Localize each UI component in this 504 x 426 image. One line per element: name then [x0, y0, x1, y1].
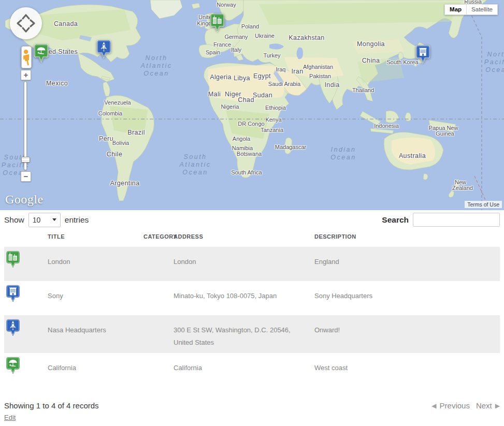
row-marker-icon	[4, 353, 48, 387]
map-marker-nasa[interactable]	[96, 39, 112, 59]
map-marker-pegman[interactable]	[21, 46, 32, 68]
table-row[interactable]: SonyMinato-ku, Tokyo 108-0075, JapanSony…	[4, 281, 500, 315]
map-type-control: Map Satellite	[444, 4, 498, 15]
column-header-category[interactable]: CATEGORY	[143, 233, 174, 240]
zoom-slider-handle[interactable]	[21, 157, 30, 163]
map-country-label: Thailand	[352, 87, 374, 93]
map-country-label: Argentina	[110, 180, 139, 187]
locations-table: TITLECATEGORYADDRESSDESCRIPTION LondonLo…	[4, 233, 500, 387]
row-title: California	[48, 353, 143, 387]
map-country-label: Mali	[208, 91, 221, 98]
map-country-label: Sudan	[253, 92, 272, 99]
map-country-label: Pakistan	[309, 73, 331, 79]
map-country-label: DR Congo	[238, 121, 264, 127]
map-country-label: Bolivia	[112, 140, 129, 146]
map-country-label: China	[362, 57, 380, 64]
zoom-out-button[interactable]: −	[21, 171, 31, 182]
map-country-label: Mexico	[46, 80, 68, 87]
map-landmass-layer	[0, 0, 504, 210]
map-country-label: Madagascar	[275, 144, 307, 150]
map-ocean-label: NorthAtlanticOcean	[141, 54, 172, 78]
column-header-icon[interactable]	[4, 233, 48, 240]
map-country-label: India	[324, 81, 339, 89]
map-country-label: South Korea	[386, 59, 418, 65]
previous-arrow-icon[interactable]	[431, 402, 436, 409]
table-header-row: TITLECATEGORYADDRESSDESCRIPTION	[4, 233, 500, 240]
previous-button[interactable]: Previous	[440, 401, 470, 410]
table-footer: Showing 1 to 4 of 4 records Previous Nex…	[4, 401, 500, 410]
edit-link[interactable]: Edit	[4, 414, 16, 421]
map-country-label: Chile	[107, 151, 123, 158]
map-country-label: Guinea	[436, 130, 454, 137]
row-category	[143, 281, 174, 315]
row-address: California	[174, 353, 314, 387]
map-country-label: Spain	[206, 49, 220, 55]
map-country-label: Norway	[217, 2, 236, 8]
map-country-label: Iraq	[276, 66, 286, 72]
next-arrow-icon[interactable]	[495, 402, 500, 409]
map-country-label: Peru	[99, 135, 113, 142]
map-country-label: South Africa	[231, 169, 262, 175]
row-address: Minato-ku, Tokyo 108-0075, Japan	[174, 281, 314, 315]
map-ocean-label: NorthPacificOcean	[484, 51, 504, 74]
table-body: LondonLondonEngland SonyMinato-ku, Tokyo…	[4, 247, 500, 387]
table-toolbar: Show 10 entries Search	[4, 212, 500, 228]
map-button[interactable]: Map	[444, 4, 467, 15]
map-country-label: Ukraine	[255, 33, 275, 39]
map-country-label: Poland	[241, 23, 259, 30]
map-pan-control[interactable]	[8, 5, 44, 41]
row-description: Sony Headquarters	[314, 281, 500, 315]
terms-of-use-link[interactable]: Terms of Use	[465, 201, 502, 208]
row-description: England	[314, 247, 500, 281]
row-category	[143, 315, 174, 353]
map-country-label: Italy	[231, 47, 241, 53]
map-country-label: Angola	[233, 136, 250, 142]
table-row[interactable]: LondonLondonEngland	[4, 247, 500, 281]
column-header-description[interactable]: DESCRIPTION	[314, 233, 500, 240]
map-country-label: Kenya	[265, 116, 281, 123]
row-category	[143, 353, 174, 387]
entries-select[interactable]: 10	[28, 213, 61, 227]
chevron-down-icon	[52, 218, 56, 221]
entries-select-value: 10	[33, 216, 41, 224]
column-header-address[interactable]: ADDRESS	[174, 233, 314, 240]
row-marker-icon	[4, 281, 48, 315]
map-country-label: Libya	[234, 75, 250, 82]
row-title: Sony	[48, 281, 143, 315]
row-title: London	[48, 247, 143, 281]
map-country-label: France	[213, 41, 231, 48]
map-country-label: Iran	[291, 68, 303, 75]
map-country-label: Germany	[224, 34, 248, 40]
records-summary: Showing 1 to 4 of 4 records	[4, 401, 99, 410]
zoom-in-button[interactable]: +	[21, 70, 31, 80]
map-marker-london[interactable]	[209, 13, 225, 33]
map-country-label: Ethiopia	[265, 105, 286, 111]
map-marker-california[interactable]	[33, 43, 49, 63]
map-country-label: Nigeria	[221, 104, 239, 110]
map-country-label: Turkey	[263, 52, 280, 58]
map-country-label: Kazakhstan	[289, 34, 324, 41]
google-map[interactable]: + − Map Satellite Google Terms of Use Ru…	[0, 0, 504, 210]
table-row[interactable]: Nasa Headquarters300 E St SW, Washington…	[4, 315, 500, 353]
map-country-label: Tanzania	[261, 127, 283, 133]
map-ocean-label: IndianOcean	[330, 146, 356, 161]
satellite-button[interactable]: Satellite	[467, 4, 498, 15]
map-country-label: Australia	[399, 152, 426, 159]
table-row[interactable]: CaliforniaCaliforniaWest coast	[4, 353, 500, 387]
show-label: Show	[4, 215, 24, 225]
search-label: Search	[382, 215, 409, 225]
pagination: Previous Next	[431, 401, 500, 410]
next-button[interactable]: Next	[476, 401, 492, 410]
row-category	[143, 247, 174, 281]
map-country-label: Brazil	[127, 129, 145, 136]
row-description: Onward!	[314, 315, 500, 353]
search-input[interactable]	[413, 213, 500, 227]
map-country-label: Zealand	[452, 185, 473, 191]
map-marker-sony[interactable]	[415, 45, 431, 64]
entries-label: entries	[65, 215, 89, 225]
map-country-label: Saudi Arabia	[268, 81, 300, 87]
row-marker-icon	[4, 315, 48, 353]
column-header-title[interactable]: TITLE	[48, 233, 143, 240]
map-country-label: Mongolia	[357, 40, 385, 48]
row-description: West coast	[314, 353, 500, 387]
